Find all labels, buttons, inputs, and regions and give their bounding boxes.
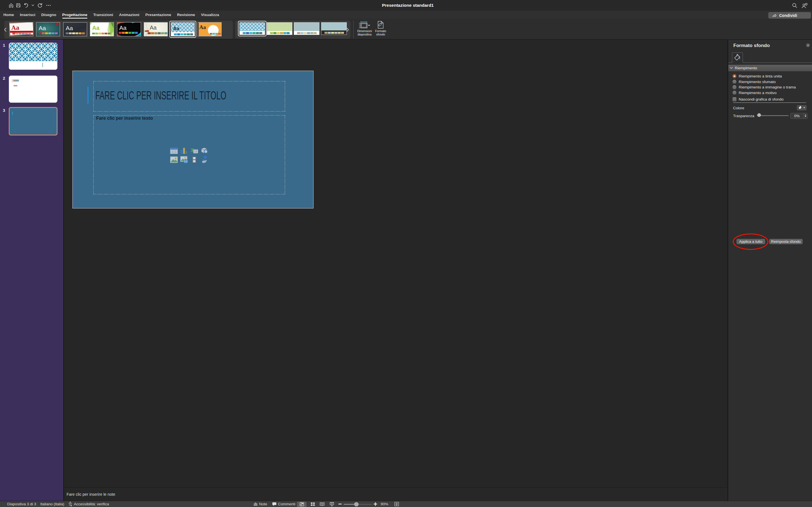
theme-accent-bar [88,87,89,104]
slide-2-title-text: DDDD [13,79,19,82]
tab-disegno[interactable]: Disegno [38,11,59,19]
tab-presentazione[interactable]: Presentazione [142,11,174,19]
insert-smartart-icon[interactable] [190,147,199,155]
slide-1-thumbnail[interactable] [9,43,57,70]
document-title: Presentazione standard1 [2,0,406,11]
tab-progettazione[interactable]: Progettazione [59,11,90,19]
slide-2-thumbnail[interactable]: DDDD ddddd [9,75,57,103]
theme-paper-red[interactable]: Aa [9,22,33,36]
theme-ion-teal[interactable]: Aa [36,22,60,36]
title-bar: Presentazione standard1 [0,0,406,11]
design-ribbon: Aa Aa Aa Aa Aa [0,19,406,40]
slide-3-thumb-background [10,108,57,135]
slide-2-number: 2 [3,76,5,80]
tab-revisione[interactable]: Revisione [174,11,198,19]
tab-home[interactable]: Home [0,11,17,19]
slide-thumbnail-pane: 1 2 DDDD ddddd 3 [0,40,63,253]
theme-depth-dark[interactable]: Aa [63,22,87,36]
title-placeholder-text: FARE CLIC PER INSERIRE IL TITOLO [95,89,226,102]
main-content: 1 2 DDDD ddddd 3 FARE CLIC PER I [0,40,406,253]
svg-text:Aa: Aa [150,24,157,31]
content-insert-icons [170,147,209,164]
slide-3-editor[interactable]: FARE CLIC PER INSERIRE IL TITOLO Fare cl… [72,71,313,209]
tab-transizioni[interactable]: Transizioni [90,11,116,19]
selected-theme-ring [169,21,196,38]
ribbon-tab-bar: Home Inserisci Disegno Progettazione Tra… [0,11,406,19]
slide-size-button[interactable]: Dimensionidiapositiva [356,21,373,40]
svg-text:Aa: Aa [92,25,100,31]
tab-inserisci[interactable]: Inserisci [17,11,38,19]
insert-video-icon[interactable] [190,156,199,164]
gallery-prev-arrow[interactable] [3,20,7,39]
tab-animazioni[interactable]: Animazioni [116,11,142,19]
variant-green-pattern[interactable] [267,22,292,35]
theme-facet-green[interactable]: Aa [90,22,114,36]
menu-tabs: Home Inserisci Disegno Progettazione Tra… [0,11,222,19]
slide-3-thumbnail[interactable] [9,107,57,135]
slide-1-number: 1 [3,43,5,48]
ribbon-separator [353,21,354,38]
insert-online-pictures-icon[interactable] [180,156,188,164]
content-placeholder-text: Fare clic per inserire testo [96,115,153,121]
variant-softblue[interactable] [294,22,319,35]
svg-text:Aa: Aa [66,25,73,31]
tab-visualizza[interactable]: Visualizza [198,11,222,19]
slide-3-number: 3 [3,108,5,113]
insert-picture-icon[interactable] [170,156,178,164]
svg-text:Aa: Aa [39,25,46,31]
theme-berlin-orange[interactable]: Aa [198,22,221,36]
selected-variant-ring [238,21,266,36]
theme-wisp-cream[interactable]: Aa [144,22,168,36]
insert-3d-model-icon[interactable] [200,147,209,155]
svg-text:Aa: Aa [119,24,126,31]
svg-text:Aa: Aa [199,24,206,30]
svg-text:Aa: Aa [11,24,19,31]
insert-stock-images-icon[interactable] [200,156,209,164]
slide-2-body-text: ddddd [13,85,17,87]
theme-badge-black[interactable]: Aa [117,22,141,36]
powerpoint-window: Presentazione standard1 Home Inserisci [0,0,406,253]
format-background-button[interactable]: Formatosfondo [372,21,389,40]
variant-softblue-dark-band[interactable] [321,22,347,35]
slide-editor-canvas: FARE CLIC PER INSERIRE IL TITOLO Fare cl… [64,40,406,253]
insert-chart-icon[interactable] [180,147,188,155]
insert-table-icon[interactable] [170,147,178,155]
slide-3-cursor [12,112,13,115]
slide-2-cursor [12,79,13,82]
